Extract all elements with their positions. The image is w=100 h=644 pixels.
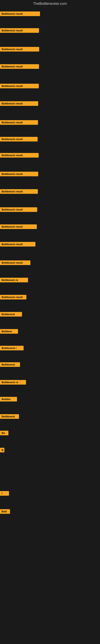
bottleneck-badge[interactable]: Bottlene — [0, 329, 18, 334]
bottleneck-item: Bottleneck result — [0, 120, 38, 126]
bottleneck-badge[interactable]: Bottlen — [0, 397, 17, 402]
bottleneck-item: Bottleneck — [0, 362, 20, 368]
bottleneck-item: Bottleneck result — [0, 189, 38, 194]
bottleneck-item: Bottleneck result — [0, 64, 39, 70]
bottleneck-item: Bott — [0, 509, 10, 514]
bottleneck-badge[interactable]: Bo — [0, 431, 8, 435]
bottleneck-badge[interactable]: Bottleneck result — [0, 101, 38, 106]
bottleneck-badge[interactable]: Bottleneck result — [0, 207, 37, 212]
bottleneck-badge[interactable]: Bottleneck result — [0, 47, 39, 52]
bottleneck-badge[interactable]: Bottleneck result — [0, 12, 40, 16]
bottleneck-badge[interactable]: Bottleneck result — [0, 224, 37, 229]
bottleneck-item: Bottleneck r — [0, 346, 24, 351]
bottleneck-badge[interactable]: Bottleneck result — [0, 260, 30, 265]
bottleneck-item: Bottleneck result — [0, 12, 40, 17]
bottleneck-badge[interactable]: Bottleneck result — [0, 120, 38, 125]
bottleneck-item: Bottleneck result — [0, 137, 38, 142]
bottleneck-badge[interactable]: Bottleneck result — [0, 64, 39, 69]
bottleneck-badge[interactable]: Bottleneck re — [0, 278, 28, 282]
bottleneck-item: Bottleneck result — [0, 47, 39, 52]
bottleneck-item: Bottleneck result — [0, 207, 37, 213]
bottleneck-item: I — [0, 491, 9, 496]
bottleneck-item: Bottlene — [0, 329, 18, 334]
bottleneck-item: Bottleneck result — [0, 242, 35, 247]
bottleneck-item: Bo — [0, 431, 8, 436]
bottleneck-item: B — [0, 448, 4, 453]
bottleneck-badge[interactable]: Bottleneck result — [0, 189, 38, 194]
bottleneck-item: Bottleneck result — [0, 101, 38, 107]
bottleneck-item: Bottleneck — [0, 414, 19, 420]
bottleneck-badge[interactable]: Bottleneck r — [0, 346, 24, 350]
bottleneck-item: Bottleneck result — [0, 260, 30, 266]
bottleneck-badge[interactable]: B — [0, 448, 4, 452]
bottleneck-item: Bottleneck result — [0, 153, 39, 158]
bottleneck-badge[interactable]: Bottleneck result — [0, 172, 38, 176]
bottleneck-badge[interactable]: Bottleneck result — [0, 137, 38, 142]
bottleneck-badge[interactable]: Bottleneck result — [0, 153, 39, 158]
bottleneck-badge[interactable]: Bottleneck result — [0, 28, 39, 33]
bottleneck-item: Bottleneck result — [0, 224, 37, 230]
site-title: TheBottlenecker.com — [0, 0, 100, 7]
bottleneck-item: Bottleneck result — [0, 84, 39, 89]
bottleneck-badge[interactable]: Bottleneck result — [0, 84, 39, 88]
bottleneck-badge[interactable]: Bottleneck — [0, 362, 20, 367]
bottleneck-badge[interactable]: Bottleneck result — [0, 295, 26, 300]
bottleneck-badge[interactable]: Bottleneck re — [0, 380, 26, 384]
bottleneck-badge[interactable]: Bottleneck result — [0, 242, 35, 246]
bottleneck-item: Bottleneck result — [0, 295, 26, 300]
bottleneck-item: Bottlen — [0, 397, 17, 402]
bottleneck-item: Bottleneck re — [0, 278, 28, 283]
bottleneck-item: Bottleneck — [0, 312, 22, 317]
bottleneck-item: Bottleneck result — [0, 172, 38, 177]
bottleneck-badge[interactable]: Bottleneck — [0, 312, 22, 316]
bottleneck-badge[interactable]: Bott — [0, 509, 10, 514]
bottleneck-badge[interactable]: I — [0, 491, 9, 496]
bottleneck-item: Bottleneck re — [0, 380, 26, 386]
bottleneck-badge[interactable]: Bottleneck — [0, 414, 19, 419]
bottleneck-item: Bottleneck result — [0, 28, 39, 34]
